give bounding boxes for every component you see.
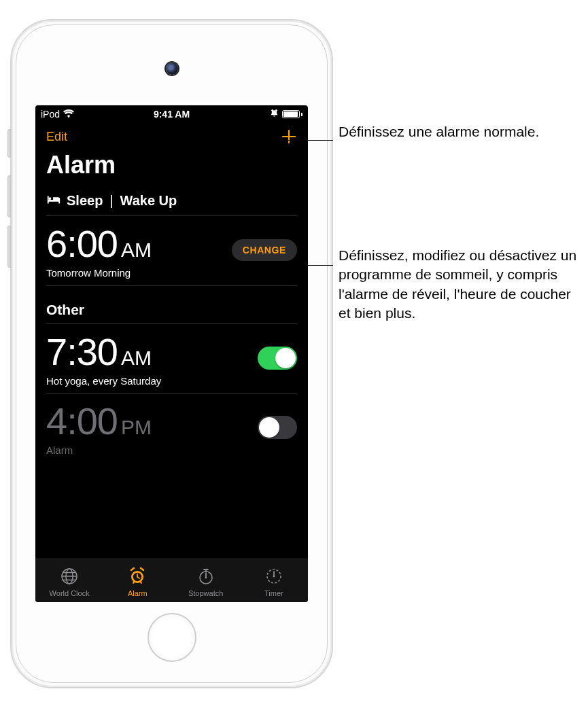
pipe-divider: | [109, 193, 113, 209]
bed-icon [46, 193, 61, 209]
page-title: Alarm [46, 151, 297, 179]
sleep-section-header: Sleep | Wake Up [35, 186, 308, 215]
alarm-toggle-0[interactable] [258, 347, 297, 370]
timer-icon [264, 567, 283, 587]
svg-point-7 [273, 576, 275, 578]
tab-stopwatch[interactable]: Stopwatch [172, 567, 240, 597]
alarm-time: 7:30 [46, 330, 118, 374]
sleep-alarm-row[interactable]: 6:00 AM Tomorrow Morning CHANGE [35, 216, 308, 285]
alarm-ampm: PM [121, 416, 152, 439]
page-title-row: Alarm [35, 147, 308, 186]
screen: iPod 9:41 AM Edit [35, 105, 308, 602]
tab-world-clock[interactable]: World Clock [35, 567, 103, 597]
callout-leader-line [264, 140, 333, 141]
alarm-subtitle: Hot yoga, every Saturday [46, 375, 161, 387]
tab-label: Timer [264, 589, 283, 597]
tab-bar: World Clock Alarm Stopwatch [35, 559, 308, 602]
alarm-toggle-1[interactable] [258, 416, 297, 439]
callout-leader-line [273, 265, 333, 266]
edit-button[interactable]: Edit [46, 130, 67, 144]
wake-label: Wake Up [120, 193, 177, 209]
volume-up-button [7, 175, 11, 217]
sleep-label: Sleep [67, 193, 103, 209]
device-frame: iPod 9:41 AM Edit [10, 19, 333, 688]
status-time: 9:41 AM [35, 109, 308, 120]
add-alarm-button[interactable] [281, 128, 297, 145]
alarm-time: 4:00 [46, 399, 118, 443]
front-camera [166, 63, 178, 75]
tab-alarm[interactable]: Alarm [103, 567, 171, 597]
tab-label: Alarm [128, 589, 148, 597]
other-section-header: Other [35, 285, 308, 323]
tab-label: Stopwatch [188, 589, 223, 597]
tab-label: World Clock [50, 589, 90, 597]
status-bar: iPod 9:41 AM [35, 105, 308, 123]
callout-add-alarm: Définissez une alarme normale. [339, 122, 573, 141]
alarm-row-0[interactable]: 7:30 AM Hot yoga, every Saturday [35, 324, 308, 393]
device-inner: iPod 9:41 AM Edit [16, 24, 328, 683]
volume-down-button [7, 226, 11, 268]
nav-bar: Edit [35, 123, 308, 147]
volume-button [7, 129, 11, 158]
sleep-ampm: AM [121, 239, 152, 262]
globe-icon [60, 567, 79, 587]
svg-point-5 [205, 577, 207, 579]
alarm-subtitle: Alarm [46, 444, 152, 456]
sleep-time: 6:00 [46, 222, 118, 266]
home-button[interactable] [148, 613, 196, 662]
alarm-clock-icon [128, 567, 147, 587]
tab-timer[interactable]: Timer [240, 567, 308, 597]
alarm-ampm: AM [121, 347, 152, 370]
stopwatch-icon [196, 567, 215, 587]
callout-change-sleep: Définissez, modifiez ou désactivez un pr… [339, 246, 580, 323]
change-button[interactable]: CHANGE [232, 239, 297, 261]
sleep-subtitle: Tomorrow Morning [46, 267, 152, 279]
battery-icon [282, 110, 302, 118]
alarm-row-1[interactable]: 4:00 PM Alarm [35, 393, 308, 463]
